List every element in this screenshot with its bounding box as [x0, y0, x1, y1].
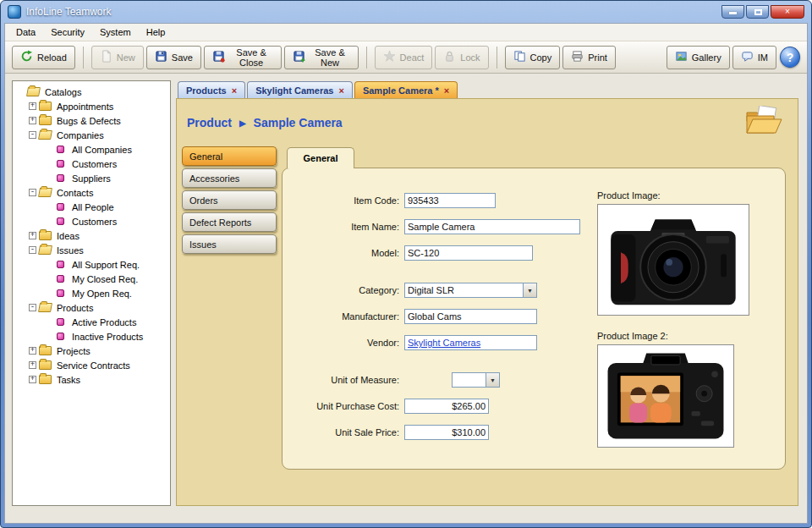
- tree-item-my-open-req[interactable]: My Open Req.: [14, 286, 168, 300]
- unit-of-measure-dropdown[interactable]: ▼: [452, 372, 500, 388]
- save-close-label: Save & Close: [229, 47, 273, 68]
- menu-data[interactable]: Data: [8, 25, 43, 40]
- menu-security[interactable]: Security: [43, 25, 92, 40]
- nav-button-issues[interactable]: Issues: [182, 234, 277, 254]
- tree-item-active-products[interactable]: Active Products: [14, 315, 168, 329]
- tree-item-label: Products: [55, 303, 95, 313]
- manufacturer-field[interactable]: [404, 309, 537, 324]
- maximize-button[interactable]: [746, 5, 769, 19]
- model-field[interactable]: [404, 245, 533, 261]
- expander-icon[interactable]: +: [29, 347, 36, 355]
- expander-icon[interactable]: -: [29, 304, 36, 311]
- tree-item-appointments[interactable]: +Appointments: [14, 99, 168, 113]
- gallery-button[interactable]: Gallery: [667, 46, 730, 69]
- help-button[interactable]: ?: [780, 47, 800, 68]
- im-label: IM: [758, 52, 768, 63]
- tree-item-projects[interactable]: +Projects: [14, 344, 168, 358]
- save-new-button[interactable]: Save & New: [284, 46, 358, 69]
- item-code-field[interactable]: [404, 193, 496, 208]
- im-button[interactable]: IM: [732, 46, 776, 69]
- expander-icon[interactable]: -: [29, 131, 36, 139]
- nav-button-accessories[interactable]: Accessories: [182, 168, 277, 188]
- deact-button: Deact: [375, 46, 433, 69]
- toolbar-group-state: Deact Lock: [375, 46, 489, 69]
- tree-item-all-support-req[interactable]: All Support Req.: [14, 257, 168, 272]
- tree-item-service-contracts[interactable]: +Service Contracts: [14, 358, 168, 372]
- tree-item-label: Companies: [55, 130, 106, 140]
- tree-item-label: Contacts: [55, 188, 95, 198]
- tab-close-icon[interactable]: ×: [232, 85, 237, 96]
- chevron-down-icon[interactable]: ▼: [486, 372, 500, 388]
- tree-item-products[interactable]: -Products: [14, 300, 168, 315]
- tree-item-label: Active Products: [70, 317, 138, 327]
- minimize-button[interactable]: [721, 5, 744, 19]
- breadcrumb-record-name: Sample Camera: [254, 116, 343, 129]
- expander-icon[interactable]: +: [29, 361, 36, 369]
- menu-help[interactable]: Help: [139, 25, 173, 40]
- expander-icon[interactable]: +: [29, 232, 36, 239]
- unit-of-measure-field[interactable]: [452, 372, 486, 388]
- view-icon: [57, 261, 64, 268]
- expander-icon[interactable]: -: [29, 246, 36, 254]
- tree-item-inactive-products[interactable]: Inactive Products: [14, 329, 168, 344]
- close-button[interactable]: ×: [771, 5, 804, 19]
- lock-label: Lock: [460, 52, 480, 63]
- item-name-field[interactable]: [404, 219, 580, 234]
- category-dropdown[interactable]: ▼: [404, 283, 537, 298]
- tree-item-companies[interactable]: -Companies: [14, 128, 168, 142]
- expander-icon: [44, 261, 52, 268]
- save-new-label: Save & New: [310, 47, 349, 68]
- category-field[interactable]: [404, 283, 523, 298]
- unit-sale-price-field[interactable]: [404, 425, 489, 440]
- expander-icon[interactable]: -: [29, 189, 36, 196]
- tab-close-icon[interactable]: ×: [444, 85, 449, 96]
- product-image-1[interactable]: [597, 204, 749, 316]
- save-button[interactable]: Save: [146, 46, 201, 69]
- window-controls: ×: [721, 5, 804, 19]
- tree-item-all-companies[interactable]: All Companies: [14, 142, 168, 157]
- record-folder-icon[interactable]: [745, 106, 782, 140]
- vendor-link[interactable]: Skylight Cameras: [408, 338, 480, 348]
- tree-item-catalogs[interactable]: Catalogs: [14, 85, 168, 99]
- expander-icon[interactable]: [17, 88, 25, 96]
- expander-icon[interactable]: +: [29, 102, 36, 110]
- expander-icon: [44, 289, 52, 297]
- tree-item-suppliers[interactable]: Suppliers: [14, 171, 168, 185]
- nav-button-orders[interactable]: Orders: [182, 190, 277, 210]
- product-image-2[interactable]: [597, 344, 734, 448]
- tree-item-label: Bugs & Defects: [55, 116, 123, 126]
- tree-item-bugs-defects[interactable]: +Bugs & Defects: [14, 113, 168, 128]
- tab-skylight-cameras[interactable]: Skylight Cameras ×: [247, 81, 353, 98]
- tree-item-issues[interactable]: -Issues: [14, 243, 168, 257]
- tree-item-contacts[interactable]: -Contacts: [14, 185, 168, 200]
- reload-button[interactable]: Reload: [12, 46, 75, 69]
- print-button[interactable]: Print: [562, 46, 616, 69]
- expander-icon[interactable]: +: [29, 376, 36, 383]
- tab-sample-camera[interactable]: Sample Camera * ×: [354, 81, 458, 98]
- tree-item-ideas[interactable]: +Ideas: [14, 228, 168, 243]
- tree-item-my-closed-req[interactable]: My Closed Req.: [14, 272, 168, 286]
- toolbar-group-reload: Reload: [12, 46, 75, 69]
- nav-button-defect-reports[interactable]: Defect Reports: [182, 212, 277, 232]
- nav-button-general[interactable]: General: [182, 146, 277, 166]
- tree-item-tasks[interactable]: +Tasks: [14, 372, 168, 387]
- menu-system[interactable]: System: [92, 25, 139, 40]
- toolbar-group-save: New Save Save & Close Save & New: [91, 46, 359, 69]
- tab-products[interactable]: Products ×: [178, 81, 245, 98]
- tree-item-customers[interactable]: Customers: [14, 157, 168, 171]
- view-icon: [57, 174, 64, 182]
- tree-item-label: All Support Req.: [70, 260, 141, 270]
- unit-purchase-cost-field[interactable]: [404, 399, 489, 414]
- tab-close-icon[interactable]: ×: [338, 85, 343, 96]
- tree-item-contacts-customers[interactable]: Customers: [14, 214, 168, 228]
- tab-label: Sample Camera *: [363, 85, 439, 96]
- tree-item-label: Appointments: [55, 102, 115, 112]
- toolbar-group-tools: Gallery IM: [667, 46, 776, 69]
- chevron-down-icon[interactable]: ▼: [523, 283, 537, 298]
- expander-icon[interactable]: +: [29, 117, 36, 124]
- save-close-button[interactable]: Save & Close: [204, 46, 282, 69]
- copy-button[interactable]: Copy: [505, 46, 561, 69]
- tree-item-all-people[interactable]: All People: [14, 200, 168, 214]
- panel-tab-general[interactable]: General: [287, 147, 354, 168]
- app-window: InfoLine Teamwork × Data Security System…: [0, 0, 812, 528]
